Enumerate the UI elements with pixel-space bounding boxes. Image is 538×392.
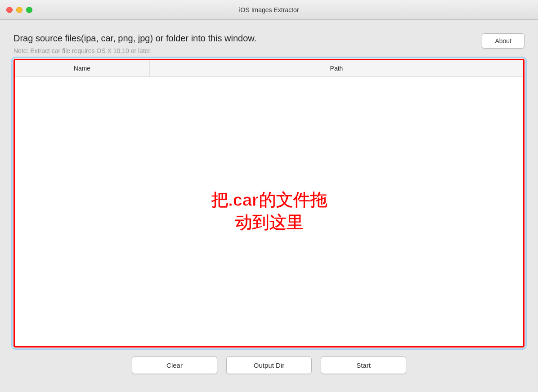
- column-path-header: Path: [150, 60, 523, 76]
- drag-instruction: Drag source files(ipa, car, png, jpg) or…: [13, 33, 256, 44]
- note-text: Note: Extract car file requires OS X 10.…: [13, 47, 256, 54]
- close-button[interactable]: [6, 7, 13, 13]
- column-name-header: Name: [15, 60, 150, 76]
- clear-button[interactable]: Clear: [132, 356, 217, 374]
- output-dir-button[interactable]: Output Dir: [226, 356, 312, 374]
- drop-zone[interactable]: Name Path 把.car的文件拖动到这里: [13, 59, 525, 347]
- maximize-button[interactable]: [26, 7, 32, 13]
- window-title: iOS Images Extractor: [239, 6, 299, 13]
- traffic-lights: [6, 7, 32, 13]
- bottom-bar: Clear Output Dir Start: [13, 356, 525, 383]
- about-button[interactable]: About: [482, 33, 525, 49]
- header-text-group: Drag source files(ipa, car, png, jpg) or…: [13, 33, 256, 54]
- table-header: Name Path: [15, 60, 523, 77]
- minimize-button[interactable]: [16, 7, 22, 13]
- title-bar: iOS Images Extractor: [0, 0, 538, 20]
- start-button[interactable]: Start: [321, 356, 406, 374]
- table-body: 把.car的文件拖动到这里: [15, 77, 523, 346]
- drop-placeholder: 把.car的文件拖动到这里: [211, 189, 327, 234]
- header-row: Drag source files(ipa, car, png, jpg) or…: [13, 33, 525, 54]
- main-content: Drag source files(ipa, car, png, jpg) or…: [0, 20, 538, 392]
